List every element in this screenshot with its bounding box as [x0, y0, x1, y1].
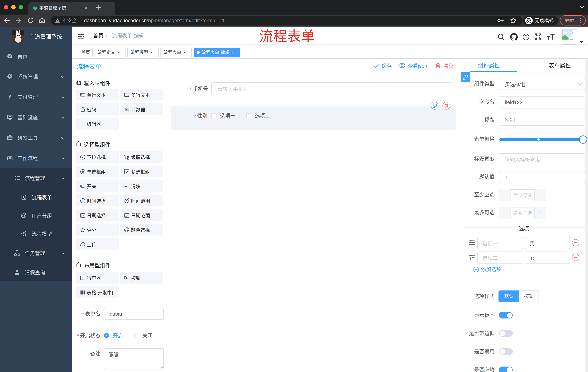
svg-text:123: 123	[125, 107, 129, 110]
